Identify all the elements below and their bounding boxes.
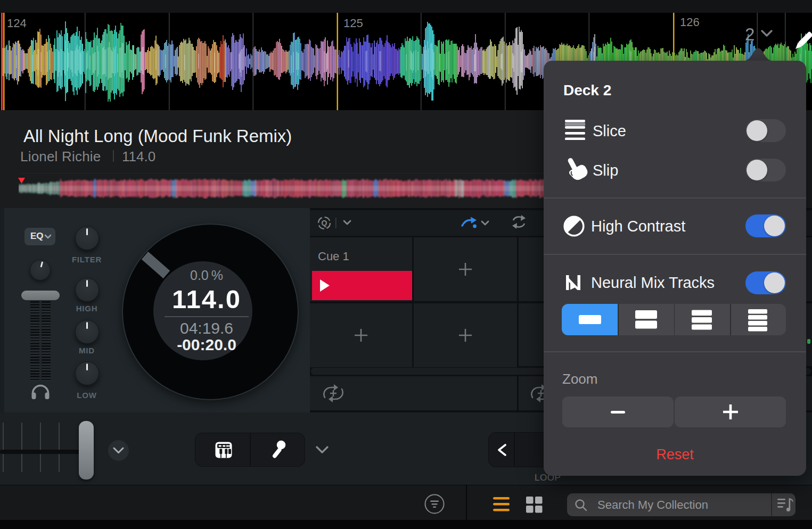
- svg-text:2: 2: [745, 24, 754, 44]
- svg-text:124: 124: [7, 16, 27, 30]
- svg-text:126: 126: [680, 15, 700, 29]
- svg-text:125: 125: [343, 16, 363, 30]
- svg-text:Q: Q: [322, 219, 327, 227]
